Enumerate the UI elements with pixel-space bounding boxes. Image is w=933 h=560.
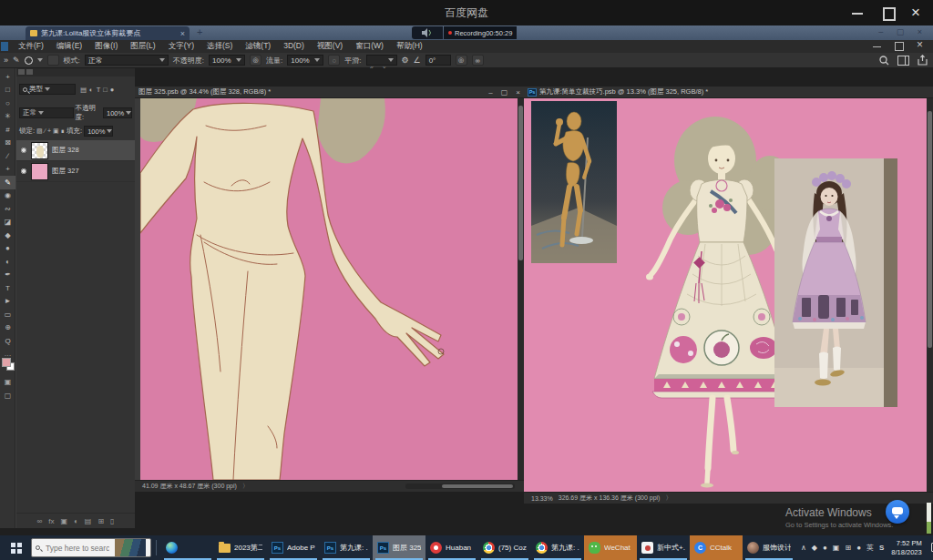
tool-button[interactable]: ◆ [0,229,15,242]
quick-mask-icon[interactable]: ▣ [0,378,15,386]
menu-item[interactable]: 文件(F) [12,41,50,52]
tray-icon[interactable]: ◆ [812,544,817,552]
search-highlight-image[interactable] [115,538,146,557]
lock-icon[interactable]: ▨ [36,127,43,135]
new-tab-button[interactable]: + [197,26,202,37]
layers-action-icon[interactable]: ◐ [74,517,78,525]
tool-button[interactable]: ● [0,242,15,256]
tool-button[interactable]: ⊕ [0,321,15,335]
layers-action-icon[interactable]: fx [48,517,54,525]
layers-action-icon[interactable]: ▣ [60,517,67,525]
menu-item[interactable]: 滤镜(T) [239,41,277,52]
menu-item[interactable]: 编辑(E) [50,41,88,52]
tool-button[interactable]: ◪ [0,216,15,229]
tool-button[interactable]: T [0,281,15,295]
tray-icon[interactable]: ∧ [801,544,806,552]
layer-row[interactable]: 图层 327 [16,161,135,182]
workspace-icon[interactable] [897,56,909,66]
blend-mode-select[interactable]: 正常 [19,107,74,118]
tool-button[interactable]: # [0,123,15,137]
taskbar-app-button[interactable]: Ps Adobe Ph... [267,535,320,560]
tray-icon[interactable]: ▣ [833,544,840,552]
taskbar-app-button[interactable]: (75) Cozy ... [478,535,531,560]
color-swatches[interactable] [2,358,15,371]
taskbar-app-button[interactable]: WeChat [584,535,637,560]
ps-close-icon[interactable] [917,41,926,50]
taskbar-app-button[interactable]: 2023第二期 [214,535,267,560]
taskbar-search[interactable] [31,538,151,557]
doc1-titlebar[interactable]: 图层 325.psb @ 34.4% (图层 328, RGB/8) * –▢× [135,87,524,98]
menu-item[interactable]: 文字(Y) [162,41,200,52]
pressure-opacity-icon[interactable]: ◎ [250,55,261,66]
doc1-canvas[interactable] [135,98,524,480]
taskbar-app-button[interactable]: Ps 第九课: ... [320,535,373,560]
filter-type-select[interactable]: 类型 [19,84,76,95]
menu-item[interactable]: 图像(I) [88,41,124,52]
filter-icon[interactable]: ● [110,86,115,94]
tool-button[interactable]: ✎ [0,176,15,189]
doc2-titlebar[interactable]: Ps 第九课:简单立裁技巧.psb @ 13.3% (图层 325, RGB/8… [524,87,933,98]
taskbar-clock[interactable]: 7:52 PM 8/18/2023 [891,539,921,556]
taskbar-app-button[interactable]: Ps 图层 325... [373,535,425,560]
screen-mode-icon[interactable]: ▢ [0,392,15,400]
tool-button[interactable]: + [0,70,15,84]
filter-icon[interactable]: □ [103,86,108,94]
doc2-status-arrow-icon[interactable]: 〉 [665,494,672,503]
brush-preview-icon[interactable] [25,56,33,65]
lock-icon[interactable]: ▣ [53,127,59,135]
tray-icon[interactable]: S [879,544,884,552]
tray-icon[interactable]: ● [856,544,861,552]
tool-button[interactable]: ▭ [0,308,15,321]
taskbar-app-button[interactable]: 第九课: ... [531,535,584,560]
tray-icon[interactable]: ⊞ [845,544,851,552]
tray-icon[interactable]: ● [823,544,827,552]
menu-item[interactable]: 选择(S) [200,41,239,52]
chevron-down-icon[interactable] [37,58,43,62]
doc1-horizontal-scrollbar[interactable] [405,484,515,489]
doc1-window-controls[interactable]: –▢× [488,88,520,97]
taskbar-app-button[interactable] [161,535,214,560]
tool-button[interactable]: ◉ [0,189,15,203]
tool-button[interactable]: ∾ [0,202,15,216]
layers-action-icon[interactable]: ∞ [36,517,42,525]
layer-thumbnail[interactable] [31,163,48,180]
brush-tool-icon[interactable]: ✎ [13,56,20,65]
tool-button[interactable]: Q [0,334,15,348]
tool-button[interactable]: ◐ [0,255,15,269]
edge-scrollbar[interactable] [927,503,931,534]
tool-button[interactable]: + [0,163,15,177]
symmetry-icon[interactable]: ∞ [472,55,484,66]
layer-thumbnail[interactable] [31,142,48,159]
menu-item[interactable]: 图层(L) [124,41,161,52]
taskbar-app-button[interactable]: Huaban [425,535,478,560]
foreground-color-swatch[interactable] [2,358,11,367]
search-input[interactable] [44,543,111,554]
filter-icon[interactable]: ▤ [80,86,87,94]
tool-button[interactable]: □ [0,84,15,97]
tool-button[interactable]: ⊠ [0,137,15,150]
tab-close-icon[interactable]: × [180,29,185,38]
doc1-vertical-scrollbar[interactable] [518,98,524,480]
tool-button[interactable]: ∕ [0,149,15,163]
tool-button[interactable]: ✒ [0,269,15,282]
doc1-status-arrow-icon[interactable]: 〉 [242,482,249,491]
layers-opacity-select[interactable]: 100% [103,107,132,118]
tool-button[interactable]: ○ [0,97,15,110]
menu-item[interactable]: 视图(V) [311,41,349,52]
menu-item[interactable]: 帮助(H) [390,41,429,52]
doc2-canvas[interactable] [524,98,927,493]
taskbar-app-button[interactable]: C CCtalk [690,535,743,560]
doc2-zoom-level[interactable]: 13.33% [531,495,553,502]
layer-row[interactable]: 图层 328 [16,140,135,161]
tool-button[interactable]: ✳ [0,110,15,124]
start-button[interactable] [0,535,31,560]
close-icon[interactable] [902,0,933,25]
flow-select[interactable]: 100% [287,55,323,66]
tray-icon[interactable]: 英 [866,543,874,553]
maximize-icon[interactable] [873,0,904,25]
opacity-select[interactable]: 100% [209,55,245,66]
menu-item[interactable]: 窗口(W) [349,41,390,52]
tool-button[interactable]: ► [0,295,15,309]
ps-minimize-icon[interactable] [873,41,882,50]
doc2-vertical-scrollbar[interactable] [927,98,933,493]
